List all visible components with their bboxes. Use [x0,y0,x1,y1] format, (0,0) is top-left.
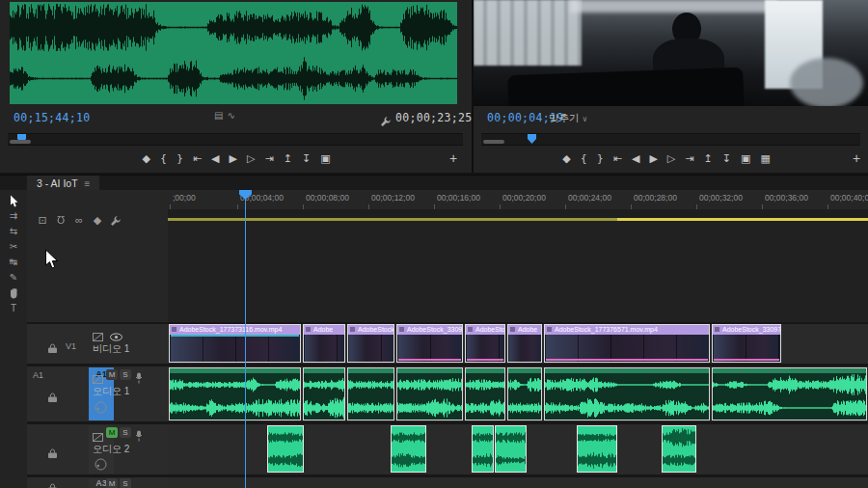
video-clip[interactable]: AdobeStock_177373116.mov.mp4 [169,324,301,363]
settings-wrench-icon[interactable] [108,214,123,227]
ripple-edit-tool[interactable]: ⇆ [0,224,27,239]
selection-tool[interactable] [0,193,27,208]
program-scrubber[interactable] [481,133,860,146]
audio-clip[interactable] [544,367,710,420]
razor-tool[interactable]: ✂ [0,239,27,255]
audio-clip[interactable] [507,367,542,420]
track-a2-content[interactable] [168,424,868,474]
program-button-editor-add[interactable]: + [853,150,860,166]
source-scrubber[interactable] [8,133,463,146]
track-a3-content[interactable] [168,477,868,488]
extract-button[interactable]: ↧ [722,149,731,170]
audio-clip[interactable] [712,367,867,420]
insert-button[interactable]: ↥ [284,149,292,170]
solo-button-a1[interactable]: S [120,369,131,380]
lift-button[interactable]: ↥ [704,149,713,170]
video-clip[interactable]: AdobeStock_177376571.mov.mp4 [544,324,710,363]
panel-menu-icon[interactable]: ≡ [85,178,91,189]
audio-clip[interactable] [472,425,494,473]
video-clip[interactable]: Adobe [303,324,345,363]
audio-clip[interactable] [396,367,463,420]
video-clip[interactable]: AdobeStock_3309719 [396,324,463,363]
add-marker-icon[interactable]: ◆ [90,214,105,227]
source-button-editor-add[interactable]: + [449,150,457,166]
track-a1-content[interactable] [168,366,868,421]
go-to-out-button[interactable]: ⇥ [265,149,274,170]
lock-icon[interactable] [48,444,57,461]
video-clip[interactable]: AdobeStock [465,324,505,363]
audio-clip[interactable] [577,425,617,473]
lock-icon[interactable] [48,388,57,405]
slip-tool[interactable]: ↹ [0,255,27,270]
add-marker-button[interactable]: ◆ [562,149,570,170]
timeline-playhead-line[interactable] [245,190,246,488]
video-clip[interactable]: AdobeStock [347,324,394,363]
pan-knob[interactable] [95,398,107,416]
drag-audio-icon[interactable]: ∿ [227,110,238,121]
export-frame-button[interactable]: ▣ [741,149,750,170]
step-back-button[interactable]: ◀ [632,149,639,170]
voiceover-mic-icon[interactable] [135,426,143,444]
type-tool[interactable]: T [0,301,27,316]
play-button[interactable]: ▶ [649,149,657,170]
track-v1-content[interactable]: AdobeStock_177373116.mov.mp4AdobeAdobeSt… [168,324,868,364]
drag-video-icon[interactable]: ▤ [214,110,227,121]
voiceover-mic-icon[interactable] [135,368,143,386]
export-frame-button[interactable]: ▣ [320,149,330,170]
track-name-v1[interactable]: 비디오 1 [93,342,129,356]
pen-tool[interactable]: ✎ [0,270,27,285]
zoom-fit-select[interactable]: 맞추기 ∨ [549,112,587,125]
video-clip[interactable]: AdobeStock_33097191 [712,324,781,363]
lock-icon[interactable] [48,339,57,356]
track-target-v1[interactable]: V1 [66,341,76,351]
nest-toggle-icon[interactable]: ⊡ [35,214,50,227]
overwrite-button[interactable]: ↧ [302,149,311,170]
go-to-in-button[interactable]: ⇤ [613,149,622,170]
source-waveform-display[interactable] [10,2,457,104]
mute-button-a2[interactable]: M [106,427,118,438]
mark-out-button[interactable]: } [597,149,604,170]
audio-clip[interactable] [391,425,426,473]
step-forward-button[interactable]: ▷ [667,149,675,170]
step-back-button[interactable]: ◀ [211,149,219,170]
linked-selection-icon[interactable]: ∞ [71,214,87,226]
video-clip[interactable]: Adobe [507,324,542,363]
track-name-a2[interactable]: 오디오 2 [93,443,129,456]
go-to-in-button[interactable]: ⇤ [193,149,202,170]
solo-button-a2[interactable]: S [120,427,131,438]
audio-clip[interactable] [169,367,301,420]
program-zoom-handle[interactable] [483,140,504,144]
audio-clip[interactable] [662,425,696,473]
add-marker-button[interactable]: ◆ [142,149,149,170]
video-clip-thumbnails [508,335,541,362]
audio-clip[interactable] [465,367,505,420]
snap-magnet-icon[interactable]: Ω [53,214,68,226]
lock-icon[interactable] [48,478,57,488]
program-video-frame[interactable] [474,0,868,106]
mute-button-a1[interactable]: M [106,369,118,380]
play-button[interactable]: ▶ [230,149,237,170]
timeline-ruler[interactable]: ;00;0000;00;04;0000;00;08;0000;00;12;000… [168,190,868,210]
track-select-forward-tool[interactable]: ⇉ [0,208,27,224]
program-playhead[interactable] [528,134,536,144]
pan-knob[interactable] [95,455,107,473]
mute-button-a3[interactable]: M [106,478,118,488]
mark-in-button[interactable]: { [581,149,587,170]
hand-tool[interactable] [0,285,27,301]
source-settings-wrench-icon[interactable] [380,112,392,129]
mark-in-button[interactable]: { [160,149,167,170]
mark-out-button[interactable]: } [176,149,183,170]
timeline-tab[interactable]: 3 - AI IoT ≡ [27,176,99,191]
audio-clip[interactable] [495,425,527,473]
duplicate-frame-marker [467,359,503,361]
audio-clip[interactable] [267,425,304,473]
source-patch-a1-label[interactable]: A1 [33,370,43,380]
go-to-out-button[interactable]: ⇥ [685,149,693,170]
track-name-a1[interactable]: 오디오 1 [93,385,129,398]
comparison-view-button[interactable]: ▦ [760,149,770,170]
solo-button-a3[interactable]: S [120,478,131,488]
audio-clip[interactable] [347,367,394,420]
step-forward-button[interactable]: ▷ [247,149,255,170]
audio-clip[interactable] [303,367,345,420]
source-zoom-handle[interactable] [10,140,31,144]
